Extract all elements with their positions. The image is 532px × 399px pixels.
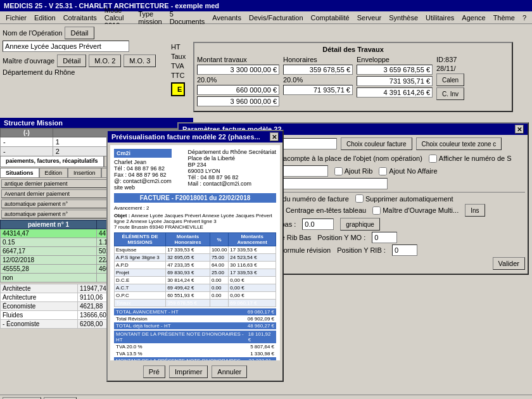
menu-comptabilite[interactable]: Comptabilité	[308, 13, 353, 22]
subtab-edition[interactable]: Edition	[39, 168, 68, 177]
main-content: Nom de l'Opération Détail Maître d'ouvra…	[0, 24, 532, 399]
phase-pct-6: 0.00	[210, 284, 228, 292]
detail2-button[interactable]: Détail	[57, 54, 86, 67]
maitre-ouvrage-multi-checkbox[interactable]	[372, 206, 381, 215]
params-close-button[interactable]: ✕	[515, 125, 524, 134]
annuler-button[interactable]: Annuler	[212, 365, 247, 378]
position-y-rib-label: Position Y RIB :	[337, 246, 386, 254]
supprimer-auto-text: Supprimer automatiquement	[365, 195, 453, 203]
choix-couleur-button[interactable]: Choix couleur facture	[341, 137, 412, 150]
menu-theme[interactable]: Thème	[490, 13, 518, 22]
phase-montant-3: 47 233,35 €	[166, 262, 210, 269]
centrage-entetes-text: Centrage en-têtes tableau	[286, 206, 366, 214]
position-mo-input[interactable]: 0	[372, 232, 397, 243]
objet-line1: Annexe Lycée Jacques Prévert	[131, 213, 201, 218]
travaux-row: Montant travaux 3 300 000,00 € 20.0% 660…	[197, 56, 509, 106]
menu-synthese[interactable]: Synthèse	[386, 13, 421, 22]
phase-pct-7: 0.00	[210, 292, 228, 300]
phase-montant-7: 60 551,93 €	[166, 292, 210, 300]
client-city: 69003 LYON	[187, 168, 276, 174]
hon3-value: 71 935,71 €	[283, 85, 353, 95]
phase-pct-2: 75.00	[210, 254, 228, 262]
maitre-ouvrage-multi-label[interactable]: Maître d'Ouvrage Multi...	[372, 206, 459, 215]
supprimer-auto-label[interactable]: Supprimer automatiquement	[355, 194, 453, 203]
hon2-value: 20.0%	[283, 76, 353, 84]
subtab-insertion[interactable]: Insertion	[68, 168, 101, 177]
totaux-row: Totaux 359 678,55 € 69 060,17 €	[115, 300, 276, 307]
menu-fichier[interactable]: Fichier	[3, 13, 30, 22]
total-avancement-label: TOTAL AVANCEMENT - HT	[116, 309, 179, 315]
pref-button[interactable]: Pré	[143, 365, 165, 378]
menu-agence[interactable]: Agence	[459, 13, 488, 22]
choix-couleur-texte-button[interactable]: Choix couleur texte zone c	[416, 137, 502, 150]
tva13-amount-value: 1 330,98 €	[250, 351, 274, 357]
invoice-content: Cm2i Charlet Jean Tél : 04 88 87 96 82 F…	[110, 145, 280, 360]
pay-row3-p1: 6647,17	[1, 247, 97, 256]
ins-button[interactable]: Ins	[465, 204, 484, 217]
menu-serveur[interactable]: Serveur	[354, 13, 385, 22]
montant-label: Montant travaux	[197, 56, 279, 63]
ttc-value: 3 960 000,00 €	[197, 96, 279, 106]
ajout-rib-label[interactable]: Ajout Rib	[334, 167, 373, 175]
table-row: A.P.S ligne 3ligne 3 32 695,05 € 75.00 2…	[115, 254, 276, 262]
pay-col1-header: paiement n° 1	[1, 220, 97, 229]
menu-help[interactable]: ?	[519, 13, 529, 22]
menu-cotraitants[interactable]: Cotraitants	[60, 13, 100, 22]
afficher-numero-checkbox[interactable]	[429, 155, 437, 163]
menu-avenants[interactable]: Avenants	[209, 13, 244, 22]
detail-button[interactable]: Détail	[65, 27, 94, 39]
inv-col-elements: ÉLÉMENTS DE MISSIONS	[115, 233, 166, 246]
position-y-rib-input[interactable]: 0	[392, 244, 417, 256]
supprimer-auto-checkbox[interactable]	[355, 194, 364, 203]
cinv-button[interactable]: C. Inv	[436, 87, 464, 100]
inv-col-avancement: Montants Avancement	[229, 233, 276, 246]
pay-row6-p1: non	[1, 274, 97, 282]
table-row: D.C.E 30 814,24 € 0.00 0,00 €	[115, 277, 276, 284]
phase-name-5: D.C.E	[115, 277, 166, 284]
client-addr2: BP 234	[187, 162, 276, 168]
objet-label: Objet :	[114, 213, 130, 218]
total-revision-value: 06 902,09 €	[248, 316, 274, 322]
ajout-no-affaire-checkbox[interactable]	[379, 167, 387, 175]
valider-params-button[interactable]: Valider	[493, 257, 525, 270]
company-logo: Cm2i	[114, 149, 172, 158]
pay-row5-p1: 45555,28	[1, 265, 97, 274]
ajout-no-affaire-label[interactable]: Ajout No Affaire	[379, 167, 437, 175]
company-fax: Fax : 04 88 87 96 82	[114, 172, 172, 178]
centrage-entetes-label[interactable]: Centrage en-têtes tableau	[276, 206, 366, 215]
company-name: Charlet Jean	[114, 159, 172, 165]
id-label: ID:837	[436, 56, 464, 63]
calen-button[interactable]: Calen	[436, 73, 464, 86]
montant-col: Montant travaux 3 300 000,00 € 20.0% 660…	[197, 56, 279, 106]
mo2-button[interactable]: M.O. 2	[89, 54, 121, 67]
total-avancement-row: TOTAL AVANCEMENT - HT 69 060,17 €	[114, 308, 276, 315]
menu-edition[interactable]: Edition	[31, 13, 59, 22]
operation-name-input[interactable]	[3, 41, 129, 52]
operation-name-row	[3, 41, 191, 52]
imprimer-button[interactable]: Imprimer	[169, 365, 208, 378]
menu-type-mission[interactable]: Type mission	[135, 10, 165, 26]
logo-text: Cm2i	[117, 150, 130, 156]
phase-avancement-3: 30 116,63 €	[229, 262, 276, 269]
title-bar: MEDICIS 25 - V 25.31 - CHARLET ARCHITECT…	[0, 0, 532, 11]
maitre-ouvrage-row: Maître d'ouvrage Détail M.O. 2 M.O. 3	[3, 54, 191, 67]
graphique-button[interactable]: graphique	[340, 218, 379, 231]
afficher-numero-checkbox-label[interactable]: Afficher le numéro de S	[429, 155, 512, 163]
mo3-button[interactable]: M.O. 3	[124, 54, 156, 67]
total-avancement-value: 69 060,17 €	[248, 309, 274, 315]
subtab-situations[interactable]: Situations	[0, 168, 39, 177]
inv-col-montants: Montants Honoraires	[166, 233, 210, 246]
tab-paiements[interactable]: paiements, factures, récapitulatifs	[0, 156, 104, 167]
ajout-rib-checkbox[interactable]	[334, 167, 343, 175]
nom-operation-row: Nom de l'Opération Détail	[3, 27, 191, 39]
menu-devis[interactable]: Devis/Facturation	[246, 13, 307, 22]
taille-texte-input[interactable]: 0.0	[302, 218, 334, 230]
honoraires-col: Honoraires 359 678,55 € 20.0% 71 935,71 …	[283, 56, 353, 95]
menu-documents[interactable]: 5 Documents	[167, 10, 208, 26]
preview-close-button[interactable]: ✕	[270, 132, 279, 141]
montant-ttc-value: 22 323,91 €	[249, 358, 274, 360]
tva-row: TVA 20.0 % 5 807,64 €	[114, 343, 276, 350]
departement-label: Département du Rhône	[3, 68, 75, 76]
e-button[interactable]: E	[171, 82, 185, 96]
menu-utilitaires[interactable]: Utilitaires	[422, 13, 457, 22]
